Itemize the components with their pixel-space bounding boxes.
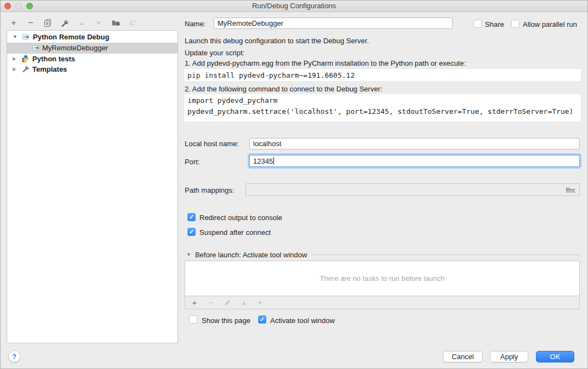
instruction-line-1: Launch this debug configuration to start… bbox=[185, 37, 369, 45]
tree-item-label: Python tests bbox=[32, 55, 75, 63]
browse-folder-icon[interactable] bbox=[565, 186, 576, 196]
title-bar: Run/Debug Configurations bbox=[0, 0, 588, 12]
empty-tasks-message: There are no tasks to run before launch bbox=[320, 274, 445, 282]
move-task-up-icon[interactable]: ▲ bbox=[239, 298, 249, 308]
tree-item-python-tests[interactable]: ▶ Python tests bbox=[7, 54, 178, 65]
before-launch-toolbar: + − ▲ ▼ bbox=[185, 296, 580, 309]
settrace-code-block: import pydevd_pycharm pydevd_pycharm.set… bbox=[184, 94, 581, 122]
new-folder-icon[interactable] bbox=[111, 18, 121, 28]
divider bbox=[311, 255, 580, 255]
tree-item-label: Templates bbox=[32, 65, 67, 73]
path-mappings-label: Path mappings: bbox=[185, 186, 234, 194]
port-input[interactable]: 12345 bbox=[249, 155, 580, 167]
move-task-down-icon[interactable]: ▼ bbox=[255, 298, 265, 308]
share-checkbox[interactable] bbox=[473, 20, 482, 28]
tree-item-my-remote-debugger[interactable]: MyRemoteDebugger bbox=[7, 43, 178, 54]
configurations-toolbar: + − ▲ ▼ az bbox=[9, 16, 138, 30]
suspend-after-connect-label[interactable]: Suspend after connect bbox=[199, 228, 271, 237]
tree-item-templates[interactable]: ▶ Templates bbox=[7, 64, 178, 75]
instruction-step-1: 1. Add pydevd-pycharm.egg from the PyCha… bbox=[185, 59, 466, 67]
name-input[interactable] bbox=[214, 18, 453, 29]
edit-task-icon[interactable] bbox=[222, 298, 232, 308]
before-launch-title: Before launch: Activate tool window bbox=[195, 251, 307, 259]
sort-alphabetically-icon[interactable]: az bbox=[128, 18, 138, 28]
code-line-settrace: pydevd_pycharm.settrace('localhost', por… bbox=[187, 107, 573, 116]
local-host-name-input[interactable] bbox=[249, 138, 580, 149]
remove-configuration-icon[interactable]: − bbox=[26, 18, 36, 28]
pip-install-command: pip install pydevd-pycharm~=191.6605.12 bbox=[184, 69, 581, 81]
configurations-tree: ▼ Python Remote Debug MyRemoteDebugger ▶… bbox=[7, 30, 178, 343]
window-title: Run/Debug Configurations bbox=[0, 2, 588, 10]
add-configuration-icon[interactable]: + bbox=[9, 18, 19, 28]
copy-configuration-icon[interactable] bbox=[43, 18, 53, 28]
port-value: 12345 bbox=[253, 157, 273, 165]
run-configuration-icon bbox=[22, 33, 31, 42]
help-button[interactable]: ? bbox=[8, 350, 20, 362]
before-launch-header: ▼ Before launch: Activate tool window bbox=[186, 250, 580, 259]
add-task-icon[interactable]: + bbox=[190, 298, 199, 308]
instruction-step-2: 2. Add the following command to connect … bbox=[185, 85, 383, 93]
port-label: Port: bbox=[185, 158, 199, 166]
suspend-after-connect-checkbox[interactable]: ✓ bbox=[187, 228, 196, 236]
tree-item-label: MyRemoteDebugger bbox=[42, 44, 108, 52]
instruction-line-2: Update your script: bbox=[185, 49, 244, 57]
chevron-right-icon[interactable]: ▶ bbox=[13, 56, 16, 61]
before-launch-task-list: There are no tasks to run before launch bbox=[185, 261, 580, 296]
svg-text:z: z bbox=[133, 23, 135, 27]
chevron-down-icon[interactable]: ▼ bbox=[13, 34, 18, 39]
tree-item-python-remote-debug[interactable]: ▼ Python Remote Debug bbox=[7, 32, 178, 43]
activate-tool-window-checkbox[interactable]: ✓ bbox=[258, 315, 266, 324]
show-this-page-label[interactable]: Show this page bbox=[202, 316, 250, 325]
apply-button[interactable]: Apply bbox=[490, 351, 528, 362]
path-mappings-input[interactable] bbox=[246, 183, 580, 196]
activate-tool-window-label[interactable]: Activate tool window bbox=[270, 316, 335, 325]
templates-wrench-icon bbox=[22, 65, 31, 74]
collapse-icon[interactable]: ▼ bbox=[186, 252, 191, 257]
redirect-output-label[interactable]: Redirect output to console bbox=[199, 214, 282, 222]
allow-parallel-run-label[interactable]: Allow parallel run bbox=[523, 20, 577, 28]
text-cursor bbox=[273, 157, 274, 165]
tree-item-label: Python Remote Debug bbox=[33, 33, 109, 41]
code-line-import: import pydevd_pycharm bbox=[187, 96, 277, 105]
python-tests-icon bbox=[21, 55, 30, 64]
local-host-name-label: Local host name: bbox=[185, 140, 239, 148]
ok-button[interactable]: OK bbox=[536, 351, 574, 362]
run-configuration-icon bbox=[32, 44, 41, 53]
cancel-button[interactable]: Cancel bbox=[443, 351, 483, 362]
chevron-right-icon[interactable]: ▶ bbox=[13, 66, 16, 72]
allow-parallel-run-checkbox[interactable] bbox=[511, 20, 520, 28]
name-label: Name: bbox=[185, 20, 205, 28]
edit-templates-icon[interactable] bbox=[60, 18, 70, 28]
move-down-icon[interactable]: ▼ bbox=[94, 18, 104, 28]
move-up-icon[interactable]: ▲ bbox=[77, 18, 87, 28]
show-this-page-checkbox[interactable] bbox=[189, 315, 197, 324]
share-label[interactable]: Share bbox=[485, 20, 504, 28]
svg-text:a: a bbox=[133, 19, 135, 23]
redirect-output-checkbox[interactable]: ✓ bbox=[187, 213, 196, 221]
remove-task-icon[interactable]: − bbox=[206, 298, 216, 308]
